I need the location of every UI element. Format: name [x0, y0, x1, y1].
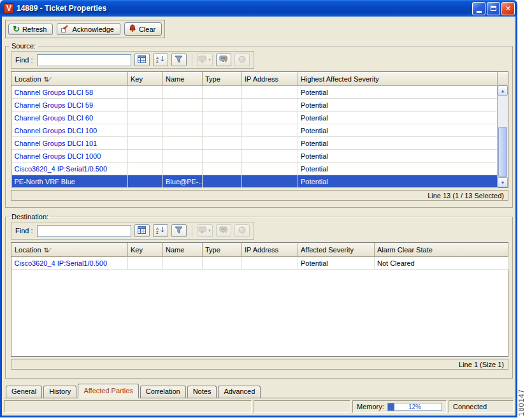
- column-header-highest-affected-severity[interactable]: Highest Affected Severity: [298, 73, 498, 86]
- status-bar: Memory: 12% Connected: [4, 400, 514, 413]
- svg-text:A: A: [156, 56, 159, 60]
- destination-group-label: Destination:: [10, 213, 50, 221]
- table-grid-icon: [138, 55, 146, 64]
- tab-history[interactable]: History: [43, 386, 76, 398]
- sort-button[interactable]: AZ: [153, 224, 168, 237]
- tab-affected-parties[interactable]: Affected Parties: [78, 384, 138, 398]
- destination-header-row: Location⇅∕ Key Name Type IP Address Affe…: [12, 243, 508, 257]
- column-header-key[interactable]: Key: [128, 73, 163, 86]
- column-header-name[interactable]: Name: [163, 73, 203, 86]
- window-title: 14889 - Ticket Properties: [17, 4, 470, 13]
- tab-notes[interactable]: Notes: [187, 386, 217, 398]
- svg-text:Z: Z: [156, 60, 159, 63]
- tab-advanced[interactable]: Advanced: [218, 386, 261, 398]
- filter-funnel-icon: [175, 226, 183, 235]
- monitor-filter-icon: [219, 55, 228, 64]
- network-sphere-button: [234, 224, 250, 237]
- acknowledge-button[interactable]: ✔ Acknowledge: [57, 23, 120, 35]
- source-find-label: Find :: [15, 56, 33, 64]
- column-header-affected-severity[interactable]: Affected Severity: [298, 243, 375, 257]
- column-header-ip-address[interactable]: IP Address: [242, 73, 298, 86]
- scroll-down-icon: ▼: [501, 180, 505, 185]
- ticket-properties-window: V 14889 - Ticket Properties ✕ ↻ Refresh …: [0, 0, 517, 417]
- titlebar[interactable]: V 14889 - Ticket Properties ✕: [0, 0, 517, 17]
- bell-icon: [129, 24, 136, 34]
- destination-find-toolbar: Find : AZ: [11, 222, 254, 240]
- scroll-up-icon: ▲: [501, 89, 505, 93]
- column-header-location[interactable]: Location⇅∕: [12, 73, 128, 86]
- sort-az-icon: AZ: [156, 55, 165, 64]
- table-row[interactable]: Channel Groups DLCI 58Potential: [12, 86, 498, 99]
- scrollbar-thumb[interactable]: [498, 127, 507, 177]
- toolbar-separator: [192, 54, 192, 66]
- destination-group: Destination: Find : AZ: [5, 213, 513, 379]
- source-group: Source: Find : AZ: [5, 42, 513, 208]
- tab-general[interactable]: General: [6, 386, 42, 398]
- filter-funnel-icon: [175, 55, 183, 64]
- close-button[interactable]: ✕: [501, 2, 515, 15]
- network-sphere-button: [234, 54, 250, 66]
- clear-label: Clear: [139, 25, 155, 33]
- column-header-ip-address[interactable]: IP Address: [242, 243, 298, 257]
- destination-find-input[interactable]: [37, 225, 131, 237]
- column-header-key[interactable]: Key: [128, 243, 163, 257]
- source-find-input[interactable]: [37, 54, 131, 66]
- refresh-icon: ↻: [13, 25, 20, 33]
- monitor-filter-icon: [219, 226, 228, 235]
- open-in-view-button: ▼: [198, 224, 213, 237]
- column-header-location[interactable]: Location⇅∕: [12, 243, 128, 257]
- source-status-line: Line 13 (1 / 13 Selected): [11, 190, 508, 201]
- refresh-label: Refresh: [22, 25, 47, 33]
- open-in-view-button: ▼: [198, 54, 213, 66]
- memory-label: Memory:: [357, 403, 384, 410]
- main-toolbar: ↻ Refresh ✔ Acknowledge Clear: [5, 20, 165, 38]
- table-row[interactable]: Channel Groups DLCI 59Potential: [12, 99, 498, 112]
- column-header-type[interactable]: Type: [203, 243, 242, 257]
- status-cell-empty-1: [4, 400, 252, 413]
- memory-progress-bar: 12%: [387, 403, 442, 411]
- filtered-view-button[interactable]: [216, 54, 231, 66]
- toolbar-separator: [192, 225, 192, 236]
- scrollbar-corner: [497, 72, 508, 85]
- monitor-dropdown-icon: [198, 226, 207, 235]
- status-cell-connection: Connected: [449, 400, 514, 413]
- destination-status-line: Line 1 (Size 1): [11, 359, 508, 370]
- clear-button[interactable]: Clear: [124, 22, 162, 36]
- refresh-button[interactable]: ↻ Refresh: [8, 24, 53, 35]
- scroll-down-button[interactable]: ▼: [498, 177, 508, 187]
- sphere-icon: [238, 226, 246, 235]
- destination-table: Location⇅∕ Key Name Type IP Address Affe…: [11, 242, 508, 357]
- table-row[interactable]: Channel Groups DLCI 101Potential: [12, 137, 498, 150]
- filter-button[interactable]: [171, 224, 187, 237]
- filter-button[interactable]: [171, 54, 187, 66]
- table-row[interactable]: Cisco3620_4 IP:Serial1/0.500PotentialNot…: [12, 257, 508, 270]
- vertical-scrollbar[interactable]: ▲ ▼: [497, 85, 508, 187]
- table-row-selected[interactable]: PE-North VRF BlueBlue@PE-...Potential: [12, 175, 498, 188]
- minimize-button[interactable]: [472, 2, 485, 15]
- table-row[interactable]: Channel Groups DLCI 1000Potential: [12, 150, 498, 163]
- table-row[interactable]: Cisco3620_4 IP:Serial1/0.500Potential: [12, 163, 498, 175]
- table-columns-button[interactable]: [134, 54, 150, 66]
- window-body: ↻ Refresh ✔ Acknowledge Clear Source:: [2, 17, 515, 416]
- status-cell-memory: Memory: 12%: [352, 400, 447, 413]
- dropdown-arrow-icon: ▼: [208, 58, 212, 62]
- svg-text:Z: Z: [156, 231, 159, 234]
- sort-button[interactable]: AZ: [153, 54, 168, 66]
- column-header-type[interactable]: Type: [203, 73, 242, 86]
- table-row[interactable]: Channel Groups DLCI 60Potential: [12, 112, 498, 124]
- scroll-up-button[interactable]: ▲: [498, 85, 508, 96]
- window-controls: ✕: [472, 2, 515, 15]
- source-find-toolbar: Find : AZ: [11, 51, 254, 69]
- minimize-icon: [477, 11, 482, 13]
- table-columns-button[interactable]: [134, 224, 150, 237]
- monitor-dropdown-icon: [198, 55, 207, 64]
- source-group-label: Source:: [10, 42, 38, 50]
- column-header-alarm-clear-state[interactable]: Alarm Clear State: [375, 243, 508, 257]
- column-header-name[interactable]: Name: [163, 243, 203, 257]
- figure-number: 180147: [517, 389, 525, 416]
- maximize-button[interactable]: [487, 2, 500, 15]
- filtered-view-button: [216, 224, 231, 237]
- sort-az-icon: AZ: [156, 226, 165, 235]
- tab-correlation[interactable]: Correlation: [140, 386, 186, 398]
- table-row[interactable]: Channel Groups DLCI 100Potential: [12, 124, 498, 137]
